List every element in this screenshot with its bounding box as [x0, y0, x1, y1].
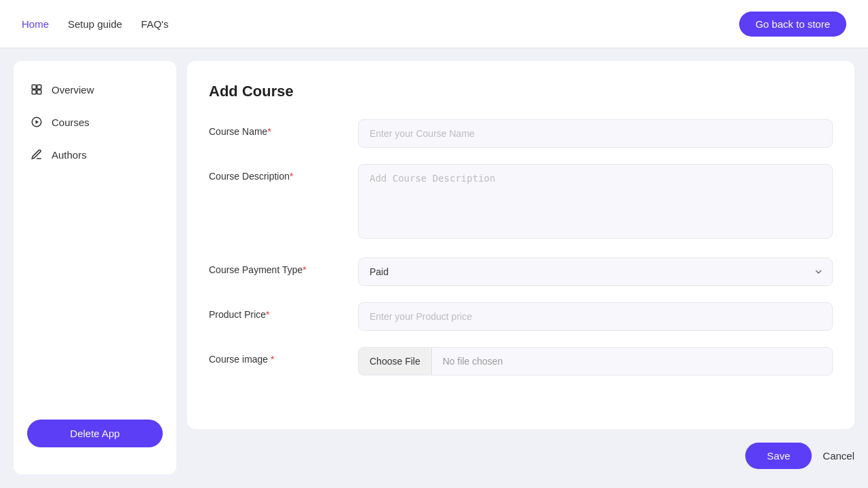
course-payment-type-select[interactable]: Paid Free — [358, 258, 833, 286]
sidebar-label-overview: Overview — [52, 84, 94, 96]
sidebar-bottom: Delete App — [14, 420, 176, 461]
file-input-wrapper: Choose File No file chosen — [358, 347, 833, 375]
topnav-home[interactable]: Home — [22, 18, 49, 30]
course-image-field: Choose File No file chosen — [358, 347, 833, 375]
course-name-field — [358, 119, 833, 148]
save-button[interactable]: Save — [745, 443, 812, 469]
topnav-faq[interactable]: FAQ's — [141, 18, 168, 30]
course-payment-type-row: Course Payment Type* Paid Free — [209, 258, 833, 286]
course-description-row: Course Description* — [209, 164, 833, 241]
course-image-row: Course image * Choose File No file chose… — [209, 347, 833, 375]
topnav: Home Setup guide FAQ's Go back to store — [0, 0, 868, 47]
courses-icon — [30, 115, 43, 129]
sidebar-label-courses: Courses — [52, 117, 90, 128]
sidebar-item-courses[interactable]: Courses — [14, 107, 176, 137]
choose-file-button[interactable]: Choose File — [359, 348, 432, 375]
topnav-links: Home Setup guide FAQ's — [22, 18, 168, 30]
course-payment-type-field: Paid Free — [358, 258, 833, 286]
add-course-card: Add Course Course Name* Course Descripti… — [187, 61, 854, 429]
course-name-input[interactable] — [358, 119, 833, 148]
svg-rect-1 — [32, 90, 36, 94]
topnav-setup-guide[interactable]: Setup guide — [68, 18, 122, 30]
go-back-to-store-button[interactable]: Go back to store — [739, 12, 846, 37]
main-layout: Overview Courses Autho — [0, 47, 868, 488]
sidebar-item-overview[interactable]: Overview — [14, 75, 176, 104]
product-price-label: Product Price* — [209, 302, 358, 320]
course-description-label: Course Description* — [209, 164, 358, 182]
product-price-field — [358, 302, 833, 331]
delete-app-button[interactable]: Delete App — [27, 420, 163, 447]
course-description-input[interactable] — [358, 164, 833, 239]
course-image-label: Course image * — [209, 347, 358, 365]
sidebar-nav: Overview Courses Autho — [14, 75, 176, 169]
authors-icon — [30, 148, 43, 161]
svg-rect-0 — [32, 85, 36, 89]
svg-rect-2 — [37, 85, 41, 89]
footer-actions: Save Cancel — [187, 437, 854, 474]
course-payment-type-label: Course Payment Type* — [209, 258, 358, 275]
svg-rect-3 — [37, 90, 41, 94]
svg-marker-5 — [36, 120, 39, 124]
content-area: Add Course Course Name* Course Descripti… — [187, 61, 854, 474]
sidebar-label-authors: Authors — [52, 149, 87, 161]
cancel-button[interactable]: Cancel — [823, 450, 854, 462]
sidebar: Overview Courses Autho — [14, 61, 176, 474]
no-file-chosen-text: No file chosen — [432, 348, 514, 375]
overview-icon — [30, 83, 43, 96]
course-description-field — [358, 164, 833, 241]
product-price-row: Product Price* — [209, 302, 833, 331]
course-name-label: Course Name* — [209, 119, 358, 137]
course-name-row: Course Name* — [209, 119, 833, 148]
product-price-input[interactable] — [358, 302, 833, 331]
sidebar-item-authors[interactable]: Authors — [14, 140, 176, 169]
page-title: Add Course — [209, 83, 833, 100]
